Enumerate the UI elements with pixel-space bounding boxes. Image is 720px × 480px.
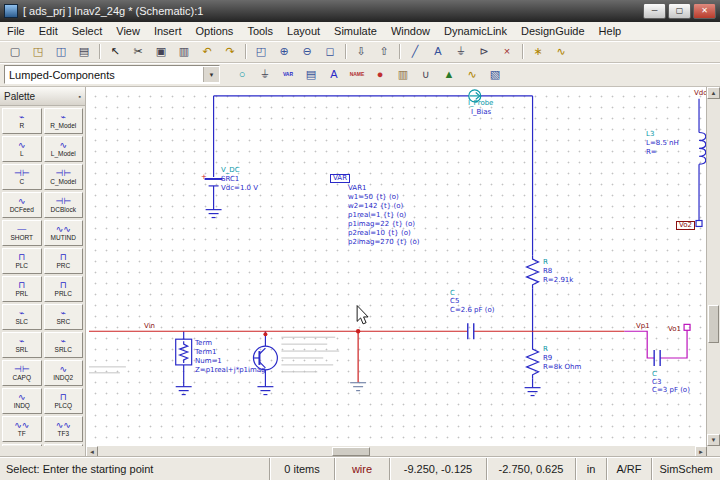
inductor-l3[interactable] [696, 99, 706, 227]
palette-item-L_Model[interactable]: ∿L_Model [44, 136, 84, 162]
menu-simulate[interactable]: Simulate [327, 23, 384, 39]
palette-item-C_Model[interactable]: ⊣⊢C_Model [44, 164, 84, 190]
menu-dynamiclink[interactable]: DynamicLink [437, 23, 514, 39]
insert-ground-button-2[interactable]: ⏚ [254, 65, 276, 84]
pop-out-hierarchy-button[interactable]: ⇧ [373, 42, 395, 61]
palette-item-CAPQ[interactable]: ⊣⊢CAPQ [2, 360, 42, 386]
horizontal-scroll-thumb[interactable] [332, 447, 370, 456]
menu-insert[interactable]: Insert [147, 23, 189, 39]
library-browser-button[interactable]: ▥ [392, 65, 414, 84]
tune-button[interactable]: ∪ [415, 65, 437, 84]
input-net-red-wire[interactable] [89, 329, 624, 383]
i-probe-component[interactable] [469, 90, 481, 102]
open-design-button[interactable]: ◳ [27, 42, 49, 61]
stop-simulation-button[interactable]: ● [369, 65, 391, 84]
output-net-magenta[interactable] [624, 324, 690, 358]
dc-source-src1[interactable] [205, 179, 223, 218]
scroll-right-arrow-icon[interactable]: ► [695, 446, 707, 457]
palette-item-PLC[interactable]: ⊓PLC [2, 248, 42, 274]
resistor-r8[interactable] [527, 255, 539, 289]
copy-button[interactable]: ▣ [150, 42, 172, 61]
palette-item-INDQ2[interactable]: ∿INDQ2 [44, 360, 84, 386]
minimize-button[interactable]: ─ [643, 3, 666, 19]
undo-button[interactable]: ↶ [196, 42, 218, 61]
palette-item-DCFeed[interactable]: ∿DCFeed [2, 192, 42, 218]
scroll-down-arrow-icon[interactable]: ▼ [707, 434, 720, 446]
insert-wire-label-button[interactable]: A [427, 42, 449, 61]
palette-item-TF[interactable]: ∿∿TF [2, 416, 42, 442]
palette-item-DCBlock[interactable]: ⊣⊢DCBlock [44, 192, 84, 218]
simulate-button[interactable]: ∗ [527, 42, 549, 61]
palette-item-SLC[interactable]: ⌁SLC [2, 304, 42, 330]
hierarchy-tree-button[interactable]: ▲ [438, 65, 460, 84]
menu-options[interactable]: Options [188, 23, 240, 39]
bjt-transistor[interactable] [253, 331, 277, 394]
palette-item-PRL[interactable]: ⊓PRL [2, 276, 42, 302]
new-design-button[interactable]: ▢ [4, 42, 26, 61]
term1-port[interactable] [176, 331, 192, 394]
menu-view[interactable]: View [109, 23, 147, 39]
vertical-scrollbar[interactable]: ▲ ▼ [706, 87, 720, 446]
palette-item-L[interactable]: ∿L [2, 136, 42, 162]
title-bar[interactable]: [ ads_prj ] lnav2_24g * (Schematic):1 ─ … [0, 0, 720, 22]
maximize-button[interactable]: ▢ [668, 3, 691, 19]
cut-button[interactable]: ✂ [127, 42, 149, 61]
palette-item-R_Model[interactable]: ⌁R_Model [44, 108, 84, 134]
menu-window[interactable]: Window [384, 23, 437, 39]
select-pointer-button[interactable]: ↖ [104, 42, 126, 61]
zoom-in-button[interactable]: ⊕ [273, 42, 295, 61]
data-display-button[interactable]: ▧ [484, 65, 506, 84]
capacitor-c5[interactable] [468, 323, 474, 339]
menu-tools[interactable]: Tools [240, 23, 280, 39]
palette-item-SRC[interactable]: ⌁SRC [44, 304, 84, 330]
palette-item-INDQ[interactable]: ∿INDQ [2, 388, 42, 414]
node-name-button[interactable]: NAME [346, 65, 368, 84]
tune-parameters-button[interactable]: ∿ [550, 42, 572, 61]
insert-wire-button[interactable]: ╱ [404, 42, 426, 61]
optimization-button[interactable]: ∿ [461, 65, 483, 84]
palette-item-R[interactable]: ⌁R [2, 108, 42, 134]
insert-ground-button[interactable]: ⏚ [450, 42, 472, 61]
capacitor-c3[interactable] [654, 350, 660, 366]
zoom-area-button[interactable]: ◰ [250, 42, 272, 61]
menu-layout[interactable]: Layout [280, 23, 327, 39]
palette-item-TF3[interactable]: ∿∿TF3 [44, 416, 84, 442]
menu-designguide[interactable]: DesignGuide [514, 23, 592, 39]
palette-item-PLCQ[interactable]: ⊓PLCQ [44, 388, 84, 414]
palette-item-SRL[interactable]: ⌁SRL [2, 332, 42, 358]
display-template-button[interactable]: ▤ [300, 65, 322, 84]
palette-item-C[interactable]: ⊣⊢C [2, 164, 42, 190]
palette-item-MUTIND[interactable]: ∿∿MUTIND [44, 220, 84, 246]
vertical-scroll-thumb[interactable] [708, 305, 719, 343]
vertical-scroll-track[interactable] [707, 99, 720, 434]
push-into-hierarchy-button[interactable]: ⇩ [350, 42, 372, 61]
palette-item-SHORT[interactable]: —SHORT [2, 220, 42, 246]
close-button[interactable]: ✕ [693, 3, 716, 19]
horizontal-scroll-track[interactable] [98, 446, 695, 457]
palette-pin-icon[interactable]: ▪ [79, 93, 81, 100]
menu-select[interactable]: Select [65, 23, 110, 39]
redo-button[interactable]: ↷ [219, 42, 241, 61]
print-button[interactable]: ▤ [73, 42, 95, 61]
insert-component-history-button[interactable]: ○ [231, 65, 253, 84]
schematic-canvas[interactable]: V_DCSRC1Vdc=1.0 V+VARVAR1w1=50 {t} (o)w2… [86, 87, 706, 446]
power-net-wire[interactable] [214, 96, 533, 388]
palette-item-PRC[interactable]: ⊓PRC [44, 248, 84, 274]
wire-label-button[interactable]: A [323, 65, 345, 84]
insert-var-button[interactable]: VAR [277, 65, 299, 84]
scroll-up-arrow-icon[interactable]: ▲ [707, 87, 720, 99]
palette-item-SRLC[interactable]: ⌁SRLC [44, 332, 84, 358]
resistor-r9[interactable] [525, 345, 541, 395]
menu-file[interactable]: File [0, 23, 32, 39]
insert-port-button[interactable]: ⊳ [473, 42, 495, 61]
ground-symbol-mid[interactable] [350, 383, 366, 391]
view-all-button[interactable]: ◻ [319, 42, 341, 61]
horizontal-scrollbar[interactable]: ◄ ► [86, 446, 707, 457]
palette-select-dropdown[interactable]: Lumped-Components ▼ [4, 65, 220, 84]
paste-button[interactable]: ▥ [173, 42, 195, 61]
save-design-button[interactable]: ◫ [50, 42, 72, 61]
menu-help[interactable]: Help [592, 23, 629, 39]
scroll-left-arrow-icon[interactable]: ◄ [86, 446, 98, 457]
palette-item-PRLC[interactable]: ⊓PRLC [44, 276, 84, 302]
dropdown-arrow-icon[interactable]: ▼ [203, 67, 219, 82]
